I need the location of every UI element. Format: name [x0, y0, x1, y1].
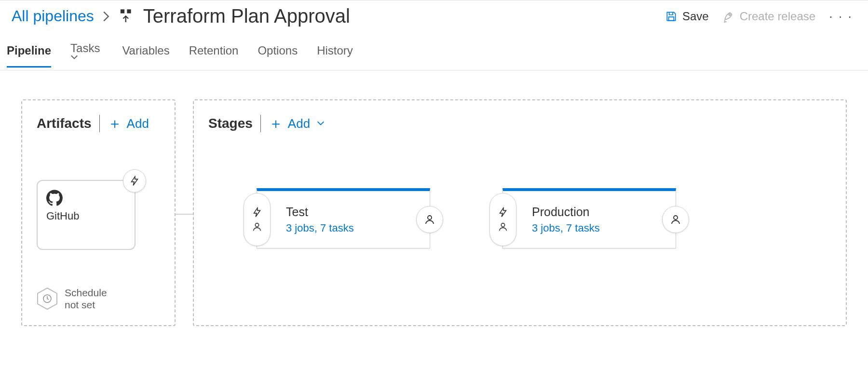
svg-point-8 [501, 223, 504, 227]
svg-point-6 [255, 223, 258, 227]
schedule-label: Schedule not set [65, 287, 107, 311]
person-icon [498, 221, 508, 232]
artifact-trigger-badge[interactable] [123, 169, 146, 192]
tab-retention[interactable]: Retention [189, 44, 239, 68]
chevron-right-icon [103, 11, 109, 22]
add-artifact-label: Add [127, 116, 149, 131]
artifacts-panel: Artifacts ＋ Add GitHub [21, 99, 176, 326]
pipeline-definition-icon [118, 8, 136, 25]
add-stage-label: Add [288, 116, 310, 131]
schedule-trigger[interactable]: Schedule not set [37, 287, 107, 311]
artifact-card-github[interactable]: GitHub [37, 180, 136, 250]
stage-card-test[interactable]: Test 3 jobs, 7 tasks [257, 188, 430, 248]
stage-name: Production [532, 205, 600, 219]
chevron-down-icon [317, 121, 325, 126]
stages-title: Stages [208, 116, 253, 131]
plus-icon: ＋ [269, 116, 283, 131]
stage-postdeploy-conditions[interactable] [662, 206, 689, 233]
person-icon [424, 214, 435, 225]
tab-variables[interactable]: Variables [122, 44, 169, 68]
create-release-label: Create release [740, 10, 815, 23]
plus-icon: ＋ [108, 116, 122, 131]
tab-tasks[interactable]: Tasks [70, 41, 103, 70]
hexagon-clock-icon [37, 287, 58, 310]
svg-point-3 [729, 14, 730, 15]
add-stage-button[interactable]: ＋ Add [269, 116, 325, 131]
artifact-source-name: GitHub [46, 210, 126, 222]
separator [260, 115, 261, 132]
person-icon [670, 214, 681, 225]
more-menu-button[interactable]: · · · [829, 9, 853, 24]
stage-predeploy-conditions[interactable] [244, 193, 271, 246]
lightning-icon [252, 207, 262, 218]
separator [99, 115, 100, 132]
stage-summary[interactable]: 3 jobs, 7 tasks [532, 222, 600, 234]
create-release-button[interactable]: Create release [722, 10, 815, 23]
stage-predeploy-conditions[interactable] [489, 193, 516, 246]
svg-point-9 [674, 216, 678, 220]
stage-name: Test [286, 205, 354, 219]
svg-rect-2 [669, 17, 674, 21]
page-header: All pipelines Terraform Plan Approval Sa… [0, 0, 868, 27]
add-artifact-button[interactable]: ＋ Add [108, 116, 149, 131]
tab-options[interactable]: Options [258, 44, 298, 68]
tab-history[interactable]: History [317, 44, 353, 68]
artifacts-title: Artifacts [37, 116, 92, 131]
stage-card-production[interactable]: Production 3 jobs, 7 tasks [502, 188, 676, 248]
save-button[interactable]: Save [665, 10, 709, 23]
save-label: Save [682, 10, 709, 23]
github-icon [46, 190, 126, 206]
tab-bar: Pipeline Tasks Variables Retention Optio… [0, 27, 868, 70]
tab-tasks-label: Tasks [70, 41, 100, 55]
stage-summary[interactable]: 3 jobs, 7 tasks [286, 222, 354, 234]
breadcrumb-parent[interactable]: All pipelines [12, 7, 94, 25]
svg-point-7 [428, 216, 432, 220]
svg-rect-0 [121, 10, 124, 13]
stage-postdeploy-conditions[interactable] [416, 206, 443, 233]
lightning-icon [498, 207, 508, 218]
tab-pipeline[interactable]: Pipeline [7, 44, 51, 68]
pipeline-canvas: Artifacts ＋ Add GitHub [0, 70, 868, 355]
stages-panel: Stages ＋ Add [193, 99, 847, 326]
chevron-down-icon [70, 55, 103, 60]
person-icon [252, 221, 262, 232]
page-title: Terraform Plan Approval [143, 5, 350, 27]
svg-rect-1 [127, 10, 130, 13]
